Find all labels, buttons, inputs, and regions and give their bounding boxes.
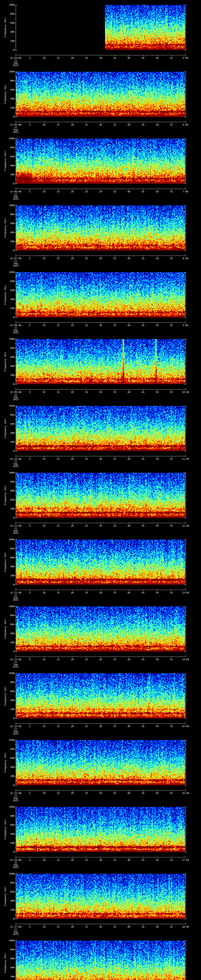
- y-tick-label: 1000: [0, 271, 14, 274]
- x-tick-label: 30: [99, 725, 102, 728]
- y-tick-label: 600: [0, 891, 14, 893]
- x-tick-label: 5: [29, 190, 30, 193]
- spectrogram-panel-15-11-00: Frequency (Hz)1000800600400200015:11:005…: [0, 468, 201, 535]
- x-tick-label: 5: [29, 792, 30, 795]
- x-tick-label: 10: [43, 591, 45, 594]
- y-tick-label: 800: [0, 146, 14, 149]
- x-tick-label: 25: [85, 859, 88, 861]
- y-tick-label: 600: [0, 623, 14, 626]
- x-tick-label: 10: [43, 124, 45, 126]
- date-label: 2015: [13, 197, 19, 200]
- x-tick-label: 10: [43, 190, 45, 193]
- y-tick-label: 800: [0, 13, 14, 15]
- x-tick-label: 55: [170, 257, 173, 260]
- y-tick-label: 200: [0, 107, 14, 109]
- y-tick-label: 800: [0, 480, 14, 483]
- frequency-axis-label: Frequency (Hz): [4, 485, 7, 505]
- x-tick-label: 25: [85, 792, 88, 795]
- y-tick-label: 400: [0, 97, 14, 100]
- date-label: 2015: [13, 598, 19, 601]
- y-tick-label: 400: [0, 298, 14, 301]
- x-tick-label: 55: [170, 190, 173, 193]
- spectrogram-figure: Frequency (Hz)1000800600400200015:04:005…: [0, 0, 201, 980]
- y-tick-label: 600: [0, 489, 14, 492]
- x-tick-label: 5: [29, 458, 30, 460]
- x-tick-label: 10: [43, 658, 45, 661]
- x-tick-label: 40: [128, 926, 130, 928]
- x-tick-label: 55: [170, 391, 173, 394]
- start-time-label: 15:14:00: [10, 725, 21, 728]
- spectrogram-panel-15-14-00: Frequency (Hz)1000800600400200015:14:005…: [0, 668, 201, 735]
- x-tick-label: 20: [71, 725, 73, 728]
- y-tick-label: 200: [0, 441, 14, 443]
- y-tick-label: 1000: [0, 70, 14, 73]
- y-tick-label: 400: [0, 632, 14, 635]
- y-tick-label: 0: [0, 383, 14, 385]
- x-tick-label: 35: [113, 658, 116, 661]
- x-tick-label: 25: [85, 257, 88, 260]
- x-tick-label: 30: [99, 525, 102, 527]
- x-tick-label: 25: [85, 591, 88, 594]
- x-tick-label: 15: [57, 525, 59, 527]
- x-tick-label: 5: [29, 725, 30, 728]
- start-time-label: 15:08:00: [10, 324, 21, 327]
- x-tick-label: 35: [113, 859, 116, 861]
- start-time-label: 15:04:00: [10, 57, 21, 59]
- x-tick-label: 5: [29, 324, 30, 327]
- x-tick-label: 5: [29, 591, 30, 594]
- x-tick-label: 20: [71, 124, 73, 126]
- x-tick-label: 10: [43, 859, 45, 861]
- x-tick-label: 40: [128, 190, 130, 193]
- y-tick-label: 800: [0, 614, 14, 617]
- end-time-label: 15:00: [182, 725, 189, 728]
- x-tick-label: 5: [29, 525, 30, 527]
- x-tick-label: 15: [57, 257, 59, 260]
- y-tick-label: 200: [0, 307, 14, 310]
- y-tick-label: 600: [0, 155, 14, 158]
- y-tick-label: 1000: [0, 672, 14, 675]
- date-label: 2015: [13, 799, 19, 802]
- frequency-axis-label: Frequency (Hz): [4, 151, 7, 171]
- x-tick-label: 50: [156, 324, 159, 327]
- y-tick-label: 400: [0, 966, 14, 969]
- x-tick-label: 15: [57, 324, 59, 327]
- x-tick-label: 30: [99, 792, 102, 795]
- y-tick-label: 400: [0, 365, 14, 368]
- spectrogram-panel-15-16-00: Frequency (Hz)1000800600400200015:16:005…: [0, 802, 201, 869]
- x-tick-label: 30: [99, 124, 102, 126]
- x-tick-label: 35: [113, 926, 116, 928]
- x-tick-label: 5: [29, 859, 30, 861]
- frequency-axis-label: Frequency (Hz): [4, 18, 7, 37]
- y-tick-label: 200: [0, 508, 14, 510]
- x-tick-label: 45: [142, 725, 145, 728]
- spectrogram-panel-15-08-00: Frequency (Hz)1000800600400200015:08:005…: [0, 267, 201, 334]
- x-tick-label: 10: [43, 525, 45, 527]
- y-tick-label: 800: [0, 213, 14, 216]
- x-tick-label: 45: [142, 458, 145, 460]
- x-tick-label: 45: [142, 658, 145, 661]
- x-tick-label: 5: [29, 124, 30, 126]
- y-tick-label: 600: [0, 356, 14, 358]
- y-tick-label: 200: [0, 842, 14, 844]
- y-tick-label: 800: [0, 280, 14, 283]
- start-time-label: 15:13:00: [10, 658, 21, 661]
- spectrogram-panel-15-04-00: Frequency (Hz)1000800600400200015:04:005…: [0, 0, 201, 67]
- x-tick-label: 20: [71, 792, 73, 795]
- x-tick-label: 50: [156, 57, 159, 59]
- x-tick-label: 10: [43, 324, 45, 327]
- y-tick-label: 400: [0, 899, 14, 902]
- x-tick-label: 55: [170, 859, 173, 861]
- y-tick-label: 400: [0, 30, 14, 33]
- start-time-label: 15:17:00: [10, 926, 21, 928]
- y-tick-label: 0: [0, 583, 14, 586]
- x-tick-label: 55: [170, 124, 173, 126]
- date-label: 2015: [13, 866, 19, 869]
- x-tick-label: 35: [113, 792, 116, 795]
- x-tick-label: 40: [128, 257, 130, 260]
- x-tick-label: 55: [170, 591, 173, 594]
- x-tick-label: 20: [71, 324, 73, 327]
- y-tick-label: 0: [0, 182, 14, 185]
- spectrogram-panel-15-07-00: Frequency (Hz)1000800600400200015:07:005…: [0, 200, 201, 267]
- end-time-label: 9:00: [183, 324, 188, 327]
- y-tick-label: 200: [0, 975, 14, 978]
